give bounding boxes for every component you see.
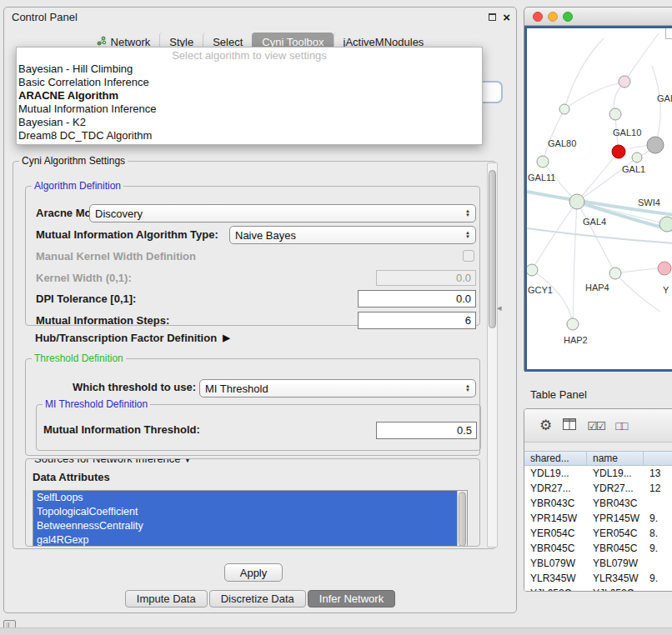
window-zoom-light[interactable] bbox=[563, 12, 573, 22]
network-node[interactable] bbox=[537, 156, 549, 168]
network-view-window: GAL80GAL7GAL10GAL11GAL1SWI4GAL4GCY1HAP4Y… bbox=[524, 7, 672, 371]
table-cell: 12 bbox=[644, 481, 672, 496]
sources-group-title[interactable]: Sources for Network Inference▼ bbox=[32, 458, 194, 467]
column-header[interactable]: name bbox=[587, 452, 644, 465]
mi-algorithm-type-value: Naive Bayes bbox=[235, 229, 462, 242]
network-node-label: GCY1 bbox=[528, 285, 553, 295]
table-row[interactable]: YBR043CYBR043C bbox=[524, 496, 672, 511]
list-item[interactable]: gal4RGexp bbox=[33, 533, 457, 547]
show-columns-icon[interactable] bbox=[563, 418, 576, 432]
table-row[interactable]: YPR145WYPR145W9. bbox=[524, 511, 672, 526]
algorithm-option[interactable]: Mutual Information Inference bbox=[17, 102, 482, 116]
network-edge bbox=[615, 268, 658, 273]
deselect-all-icon[interactable]: □□ bbox=[615, 419, 626, 432]
table-row[interactable]: YER054CYER054C8. bbox=[524, 526, 672, 541]
mi-algorithm-type-combo[interactable]: Naive Bayes ▲▼ bbox=[229, 226, 476, 244]
table-row[interactable]: YLR345WYLR345W9. bbox=[524, 571, 672, 586]
network-node-label: GAL7 bbox=[657, 93, 672, 103]
table-cell: YLR345W bbox=[587, 571, 644, 586]
network-node-label: GAL10 bbox=[613, 128, 641, 138]
table-row[interactable]: YDL19...YDL19...13 bbox=[524, 466, 672, 481]
screen: Control Panel × Network bbox=[0, 0, 672, 635]
algorithm-option[interactable]: Dream8 DC_TDC Algorithm bbox=[17, 129, 482, 142]
splitter-collapse-icon[interactable]: ◂ bbox=[497, 302, 502, 313]
network-node[interactable] bbox=[527, 264, 538, 276]
network-node-label: Y bbox=[663, 285, 669, 295]
float-window-icon[interactable] bbox=[489, 13, 496, 21]
network-node-label: GAL11 bbox=[528, 172, 555, 182]
table-cell: YLR345W bbox=[524, 571, 587, 586]
column-header[interactable]: shared... bbox=[524, 452, 587, 465]
settings-group-title: Cyni Algorithm Settings bbox=[19, 155, 128, 168]
table-cell: 13 bbox=[644, 466, 672, 481]
table-cell: 8. bbox=[644, 526, 672, 541]
kernel-width-field[interactable]: 0.0 bbox=[376, 270, 476, 286]
which-threshold-combo[interactable]: MI Threshold ▲▼ bbox=[199, 379, 476, 398]
gear-icon[interactable]: ⚙ bbox=[539, 418, 552, 432]
network-node-label: GAL4 bbox=[583, 217, 606, 227]
table-cell: YBR045C bbox=[587, 541, 644, 556]
dpi-tolerance-field[interactable]: 0.0 bbox=[358, 290, 476, 308]
list-item[interactable]: TopologicalCoefficient bbox=[33, 505, 457, 519]
settings-scrollbar[interactable] bbox=[487, 162, 498, 548]
network-node[interactable] bbox=[619, 76, 630, 88]
network-node[interactable] bbox=[647, 137, 664, 153]
list-item[interactable]: SelfLoops bbox=[33, 491, 457, 505]
window-close-light[interactable] bbox=[533, 12, 543, 22]
network-node[interactable] bbox=[609, 268, 621, 279]
window-minimize-light[interactable] bbox=[548, 12, 558, 22]
close-icon[interactable]: × bbox=[503, 12, 510, 22]
network-node[interactable] bbox=[609, 108, 621, 120]
network-node[interactable] bbox=[567, 318, 579, 330]
table-body: YDL19...YDL19...13YDR27...YDR27...12YBR0… bbox=[524, 466, 672, 591]
network-edge bbox=[615, 273, 660, 312]
apply-button[interactable]: Apply bbox=[224, 563, 283, 582]
table-cell: YDR27... bbox=[587, 481, 644, 496]
network-edge bbox=[532, 202, 577, 270]
algorithm-option[interactable]: ARACNE Algorithm bbox=[17, 89, 482, 102]
network-edge bbox=[573, 202, 577, 324]
network-node-label: GAL1 bbox=[622, 164, 645, 174]
manual-kernel-width-checkbox[interactable] bbox=[463, 250, 474, 262]
network-node-label: HAP2 bbox=[564, 335, 588, 345]
control-panel-titlebar: Control Panel × bbox=[4, 8, 516, 28]
table-row[interactable]: YDR27...YDR27...12 bbox=[524, 481, 672, 496]
column-header[interactable] bbox=[644, 452, 672, 465]
bottom-tabs: Impute Data Discretize Data Infer Networ… bbox=[4, 590, 516, 608]
mi-threshold-field[interactable]: 0.5 bbox=[376, 422, 477, 439]
algorithm-popup-options: Bayesian - Hill ClimbingBasic Correlatio… bbox=[17, 62, 482, 142]
table-cell: YBR045C bbox=[524, 541, 587, 556]
tab-discretize-data[interactable]: Discretize Data bbox=[209, 590, 306, 608]
network-node[interactable] bbox=[559, 104, 569, 114]
tab-infer-network[interactable]: Infer Network bbox=[308, 590, 395, 608]
network-node[interactable] bbox=[659, 217, 672, 232]
network-edge bbox=[624, 33, 659, 82]
mi-threshold-definition-title: MI Threshold Definition bbox=[43, 398, 150, 411]
network-canvas[interactable]: GAL80GAL7GAL10GAL11GAL1SWI4GAL4GCY1HAP4Y… bbox=[524, 26, 672, 372]
mi-threshold-definition-group: MI Threshold Definition Mutual Informati… bbox=[36, 404, 481, 451]
list-scrollbar[interactable] bbox=[457, 491, 467, 547]
settings-scrollbar-thumb[interactable] bbox=[489, 170, 496, 328]
select-all-icon[interactable]: ☑☑ bbox=[587, 419, 604, 432]
table-cell: 9. bbox=[644, 511, 672, 526]
table-row[interactable]: YBR045CYBR045C9. bbox=[524, 541, 672, 556]
sources-title-label: Sources for Network Inference bbox=[34, 458, 181, 465]
table-cell: YER054C bbox=[587, 526, 644, 541]
table-cell bbox=[644, 586, 672, 591]
algorithm-option[interactable]: Basic Correlation Inference bbox=[17, 76, 482, 89]
network-canvas-svg: GAL80GAL7GAL10GAL11GAL1SWI4GAL4GCY1HAP4Y… bbox=[527, 28, 672, 369]
table-row[interactable]: YBL079WYBL079W bbox=[524, 556, 672, 571]
network-node[interactable] bbox=[612, 145, 625, 158]
aracne-mode-combo[interactable]: Discovery ▲▼ bbox=[89, 204, 476, 222]
network-node[interactable] bbox=[569, 194, 584, 209]
algorithm-option[interactable]: Bayesian - K2 bbox=[17, 116, 482, 129]
hub-definition-toggle[interactable]: Hub/Transcription Factor Definition ▶ bbox=[35, 331, 230, 344]
table-row[interactable]: YJL052CYJL052C bbox=[524, 586, 672, 591]
tab-impute-data[interactable]: Impute Data bbox=[125, 590, 208, 608]
network-node-label: SWI4 bbox=[638, 198, 660, 208]
list-item[interactable]: BetweennessCentrality bbox=[33, 519, 457, 533]
network-node[interactable] bbox=[632, 152, 642, 162]
network-node[interactable] bbox=[658, 262, 671, 275]
algorithm-option[interactable]: Bayesian - Hill Climbing bbox=[17, 62, 482, 76]
mi-steps-field[interactable]: 6 bbox=[358, 312, 476, 329]
